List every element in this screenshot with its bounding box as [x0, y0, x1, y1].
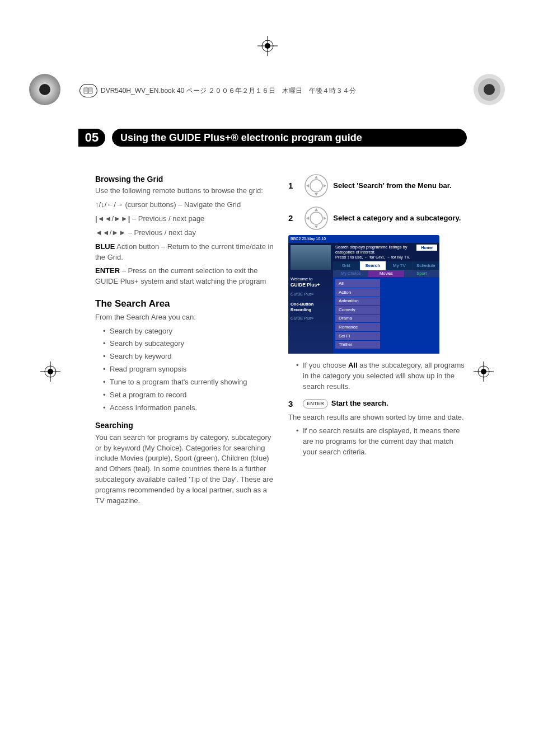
arrow-right-icon: →	[116, 200, 123, 209]
tv-subtab-mychoice: My Choice	[333, 270, 368, 278]
tv-list-item: Romance	[335, 323, 380, 331]
tv-list-item: All	[335, 279, 380, 288]
body-text: BLUE Action button – Return to the curre…	[95, 242, 274, 263]
body-text: From the Search Area you can:	[95, 312, 274, 323]
tv-tab-schedule: Schedule	[413, 261, 440, 270]
arrow-up-icon: ↑	[95, 200, 99, 209]
arrow-down-icon: ↓	[101, 200, 105, 209]
step-2: 2 Select a category and a subcategory.	[288, 206, 467, 231]
enter-label: ENTER	[95, 266, 120, 275]
note-list: If no search results are displayed, it m…	[288, 426, 467, 458]
tv-logo: GUIDE Plus+	[291, 316, 331, 321]
body-text: You can search for programs by category,…	[95, 433, 274, 506]
list-item: If no search results are displayed, it m…	[296, 426, 467, 458]
chapter-number: 05	[78, 129, 105, 147]
note-list: If you choose All as the subcategory, al…	[288, 360, 467, 392]
list-item: If you choose All as the subcategory, al…	[296, 360, 467, 392]
heading-browsing-grid: Browsing the Grid	[95, 173, 274, 185]
tv-home-button: Home	[416, 245, 437, 251]
right-column: 1 Select 'Search' from the Menu bar. 2 S…	[288, 173, 467, 510]
search-capabilities-list: Search by category Search by subcategory…	[95, 326, 274, 414]
arrow-left-icon: ←	[106, 200, 114, 209]
heading-search-area: The Search Area	[95, 297, 274, 311]
body-text: ↑/↓/←/→ (cursor buttons) – Navigate the …	[95, 200, 274, 210]
step-number: 1	[288, 180, 293, 192]
tv-tab-mytv: My TV	[386, 261, 413, 270]
tv-guide-screenshot: BBC2 25-May 10:10 Welcome to GUIDE Plus+…	[288, 235, 439, 354]
list-item: Search by subcategory	[103, 339, 274, 349]
tv-list-item: Action	[335, 288, 380, 297]
step-3: 3 ENTER Start the search.	[288, 398, 467, 410]
blue-label: BLUE	[95, 242, 115, 251]
rewind-icon: ◄◄	[95, 228, 110, 237]
list-item: Access Information panels.	[103, 403, 274, 414]
tv-welcome: Welcome to GUIDE Plus+	[291, 276, 331, 288]
left-column: Browsing the Grid Use the following remo…	[95, 173, 274, 510]
prev-track-icon: |◄◄	[95, 214, 111, 223]
dpad-icon	[304, 206, 329, 231]
tv-list-item: Thriller	[335, 341, 380, 349]
step-number: 2	[288, 212, 293, 224]
next-track-icon: ►►|	[114, 214, 130, 223]
enter-button-icon: ENTER	[303, 399, 328, 408]
tv-tabs: Grid Search My TV Schedule	[333, 261, 439, 270]
list-item: Set a program to record	[103, 390, 274, 401]
tv-category-list: All Action Animation Comedy Drama Romanc…	[333, 277, 439, 354]
list-item: Read program synopsis	[103, 364, 274, 375]
chapter-title: Using the GUIDE Plus+® electronic progra…	[120, 132, 362, 144]
tv-subtab-sport: Sport	[404, 270, 439, 278]
fast-forward-icon: ►►	[111, 228, 126, 237]
list-item: Tune to a program that's currently showi…	[103, 377, 274, 388]
step-1: 1 Select 'Search' from the Menu bar.	[288, 173, 467, 198]
tv-list-item: Sci Fi	[335, 332, 380, 340]
tv-list-item: Animation	[335, 297, 380, 306]
list-item: Search by category	[103, 326, 274, 337]
svg-point-38	[310, 212, 322, 224]
body-text: ENTER – Press on the current selection t…	[95, 266, 274, 287]
body-text: Use the following remote buttons to brow…	[95, 186, 274, 196]
tv-status: BBC2 25-May 10:10	[291, 236, 326, 242]
tv-thumbnail	[291, 245, 331, 270]
tv-subtabs: My Choice Movies Sport	[333, 270, 439, 278]
step-number: 3	[288, 398, 293, 410]
tv-subtab-movies: Movies	[368, 270, 404, 278]
chapter-header: 05 Using the GUIDE Plus+® electronic pro…	[95, 129, 467, 147]
step-text: Start the search.	[331, 398, 388, 409]
tv-message: Home Search displays programme listings …	[333, 243, 439, 261]
tv-logo: GUIDE Plus+	[291, 292, 331, 297]
tv-tab-grid: Grid	[333, 261, 360, 270]
tv-tab-search: Search	[360, 261, 387, 270]
heading-searching: Searching	[95, 420, 274, 431]
svg-point-36	[310, 180, 322, 192]
tv-one-button: One-Button Recording	[291, 302, 331, 313]
body-text: |◄◄/►►| – Previous / next page	[95, 214, 274, 224]
tv-list-item: Drama	[335, 314, 380, 323]
step-text: Select a category and a subcategory.	[333, 213, 461, 224]
body-text: ◄◄/►► – Previous / next day	[95, 228, 274, 238]
body-text: The search results are shown sorted by t…	[288, 412, 467, 423]
dpad-icon	[304, 173, 329, 198]
step-text: Select 'Search' from the Menu bar.	[333, 181, 451, 191]
list-item: Search by keyword	[103, 351, 274, 362]
tv-list-item: Comedy	[335, 306, 380, 314]
